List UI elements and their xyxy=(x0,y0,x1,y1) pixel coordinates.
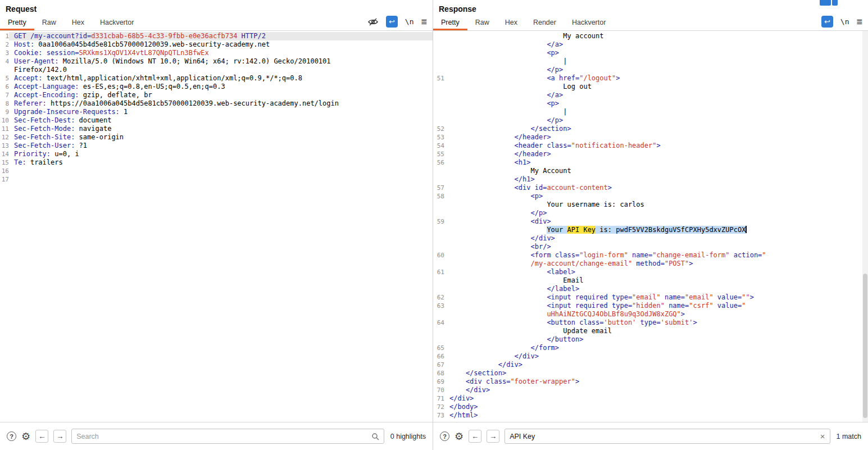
settings-gear-icon[interactable]: ⚙ xyxy=(21,431,30,442)
code-line[interactable]: 71</div> xyxy=(433,394,868,403)
tab-raw[interactable]: Raw xyxy=(34,15,64,30)
line-number: 3 xyxy=(0,49,9,57)
request-code[interactable]: 1GET /my-account?id=d331cbab-68b5-4c33-9… xyxy=(0,31,433,422)
menu-icon[interactable]: ≡ xyxy=(421,17,427,27)
code-line[interactable]: 10Sec-Fetch-Dest: document xyxy=(0,116,433,125)
code-line[interactable]: 61 <label> xyxy=(433,268,868,276)
tab-hackvertor[interactable]: Hackvertor xyxy=(564,15,613,30)
code-line[interactable]: 52 </section> xyxy=(433,125,868,133)
code-line[interactable]: Firefox/142.0 xyxy=(0,66,433,74)
code-line[interactable]: Your username is: carlos xyxy=(433,201,868,209)
tab-pretty[interactable]: Pretty xyxy=(0,15,34,30)
code-line[interactable]: </p> xyxy=(433,209,868,217)
code-line[interactable]: 62 <input required type="email" name="em… xyxy=(433,293,868,302)
code-line[interactable]: 57 <div id=account-content> xyxy=(433,184,868,192)
newline-chars-icon[interactable]: \n xyxy=(840,17,849,26)
code-line[interactable]: 12Sec-Fetch-Site: same-origin xyxy=(0,133,433,142)
prev-match-button[interactable]: ← xyxy=(469,430,481,443)
code-line[interactable]: <p> xyxy=(433,49,868,57)
word-wrap-icon[interactable]: ↩ xyxy=(386,16,398,28)
request-search-input[interactable] xyxy=(76,433,368,440)
code-line[interactable]: 11Sec-Fetch-Mode: navigate xyxy=(0,125,433,133)
code-line[interactable]: 9Upgrade-Insecure-Requests: 1 xyxy=(0,108,433,116)
tab-hex[interactable]: Hex xyxy=(64,15,92,30)
code-line[interactable]: 54 <header class="notification-header"> xyxy=(433,142,868,150)
code-line[interactable]: My account xyxy=(433,32,868,40)
line-number: 61 xyxy=(433,268,444,276)
code-line[interactable]: 69 <div class="footer-wrapper"> xyxy=(433,378,868,386)
code-line[interactable]: </a> xyxy=(433,91,868,99)
code-line[interactable]: 55 </header> xyxy=(433,150,868,158)
code-line[interactable]: 67 </div> xyxy=(433,361,868,369)
response-tabs: PrettyRawHexRenderHackvertor xyxy=(433,15,613,30)
code-line[interactable]: Email xyxy=(433,276,868,285)
code-line[interactable]: 3Cookie: session=SRXkms1XqOV1X4vtL87QNpQ… xyxy=(0,49,433,57)
code-line[interactable]: 65 </form> xyxy=(433,344,868,352)
code-line[interactable]: uHhAiNZtGCQJ4ObLBf8u9q3OdJW8xZGQ"> xyxy=(433,310,868,319)
tab-raw[interactable]: Raw xyxy=(467,15,497,30)
prev-match-button[interactable]: ← xyxy=(35,430,48,443)
code-line[interactable]: 70 </div> xyxy=(433,386,868,394)
code-line[interactable]: My Account xyxy=(433,167,868,175)
response-search-input[interactable] xyxy=(510,433,817,440)
code-line[interactable]: 7Accept-Encoding: gzip, deflate, br xyxy=(0,91,433,99)
code-line[interactable]: Update email xyxy=(433,327,868,335)
menu-icon[interactable]: ≡ xyxy=(856,17,862,27)
code-line[interactable]: <p> xyxy=(433,99,868,108)
code-line[interactable]: 58 <p> xyxy=(433,192,868,201)
code-line[interactable]: 53 </header> xyxy=(433,133,868,142)
code-line[interactable]: </a> xyxy=(433,40,868,49)
code-line[interactable]: /my-account/change-email" method="POST"> xyxy=(433,260,868,268)
hide-matches-eye-icon[interactable] xyxy=(367,17,379,26)
code-line[interactable]: 60 <form class="login-form" name="change… xyxy=(433,251,868,260)
code-line[interactable]: </button> xyxy=(433,335,868,344)
code-line[interactable]: 14Priority: u=0, i xyxy=(0,150,433,158)
vertical-scrollbar[interactable] xyxy=(862,31,868,422)
code-line[interactable]: 1GET /my-account?id=d331cbab-68b5-4c33-9… xyxy=(0,32,433,40)
code-line[interactable]: </label> xyxy=(433,285,868,293)
code-line[interactable]: </div> xyxy=(433,234,868,243)
code-line[interactable]: 56 <h1> xyxy=(433,158,868,167)
code-line[interactable]: </p> xyxy=(433,116,868,125)
code-line[interactable]: </h1> xyxy=(433,175,868,184)
code-line[interactable]: 72</body> xyxy=(433,403,868,411)
help-icon[interactable]: ? xyxy=(440,431,449,441)
code-line[interactable]: 6Accept-Language: es-ES,es;q=0.8,en-US;q… xyxy=(0,83,433,91)
help-icon[interactable]: ? xyxy=(7,431,16,441)
code-line[interactable]: 13Sec-Fetch-User: ?1 xyxy=(0,142,433,150)
tab-pretty[interactable]: Pretty xyxy=(433,15,467,30)
code-line[interactable]: 63 <input required type="hidden" name="c… xyxy=(433,302,868,310)
code-line[interactable]: Log out xyxy=(433,83,868,91)
code-line[interactable]: 64 <button class='button' type='submit'> xyxy=(433,319,868,327)
code-line[interactable]: | xyxy=(433,108,868,116)
code-line[interactable]: 68 </section> xyxy=(433,369,868,378)
line-number xyxy=(433,40,444,49)
code-line[interactable]: Your API Key is: pwdF5VV2BskdguVSfCPXHy5… xyxy=(433,226,868,234)
code-line[interactable]: 8Referer: https://0aa1006a045b4d5e81cb57… xyxy=(0,99,433,108)
word-wrap-icon[interactable]: ↩ xyxy=(821,16,833,28)
code-line[interactable]: 4User-Agent: Mozilla/5.0 (Windows NT 10.… xyxy=(0,57,433,66)
code-line[interactable]: | xyxy=(433,57,868,66)
tab-hex[interactable]: Hex xyxy=(497,15,525,30)
code-line[interactable]: 16 xyxy=(0,167,433,175)
response-code[interactable]: My account </a> <p> | </p>51 <a href="/l… xyxy=(433,31,868,422)
code-line[interactable]: 17 xyxy=(0,175,433,184)
code-line[interactable]: 66 </div> xyxy=(433,352,868,361)
tab-hackvertor[interactable]: Hackvertor xyxy=(92,15,142,30)
next-match-button[interactable]: → xyxy=(487,430,499,443)
scrollbar-thumb[interactable] xyxy=(863,274,867,419)
code-line[interactable]: </p> xyxy=(433,66,868,74)
settings-gear-icon[interactable]: ⚙ xyxy=(455,431,463,442)
code-line[interactable]: 2Host: 0aa1006a045b4d5e81cb570000120039.… xyxy=(0,40,433,49)
cutoff-toolbar-button[interactable] xyxy=(820,0,838,6)
next-match-button[interactable]: → xyxy=(53,430,66,443)
code-line[interactable]: 59 <div> xyxy=(433,217,868,226)
code-line[interactable]: 73</html> xyxy=(433,411,868,420)
code-line[interactable]: 5Accept: text/html,application/xhtml+xml… xyxy=(0,74,433,83)
code-line[interactable]: <br/> xyxy=(433,243,868,251)
newline-chars-icon[interactable]: \n xyxy=(405,17,414,26)
code-line[interactable]: 51 <a href="/logout"> xyxy=(433,74,868,83)
tab-render[interactable]: Render xyxy=(525,15,564,30)
code-line[interactable]: 15Te: trailers xyxy=(0,158,433,167)
clear-search-icon[interactable]: × xyxy=(817,432,825,440)
